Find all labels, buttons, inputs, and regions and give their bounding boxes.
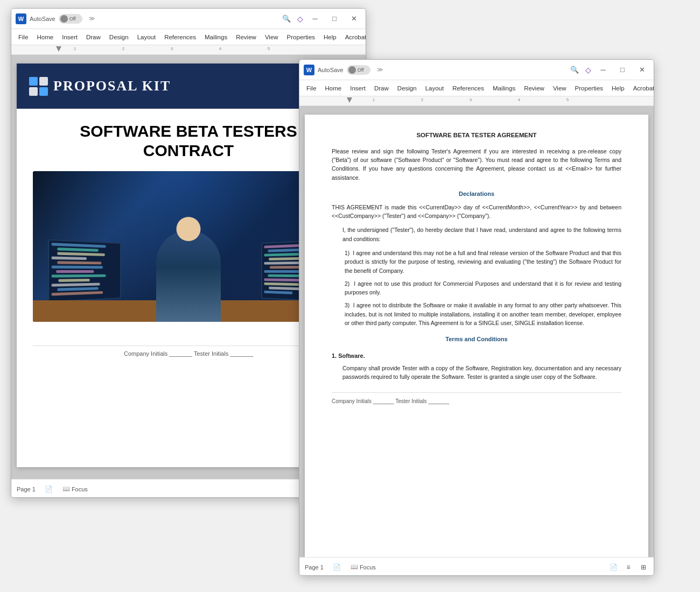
doc-content: SOFTWARE BETA TESTER AGREEMENT Please re… [305,115,648,421]
focus-icon-front: 📖 [351,563,358,570]
menu-view-back[interactable]: View [261,32,282,42]
diamond-icon-back: ◇ [297,15,303,23]
pk-sq-2 [39,77,48,86]
menu-home-front[interactable]: Home [321,83,346,93]
menu-mailings-front[interactable]: Mailings [489,83,519,93]
statusbar-front: Page 1 📄 📖 Focus 📄 ≡ ⊞ [299,557,654,576]
code-line [264,283,299,286]
menubar-front: File Home Insert Draw Design Layout Refe… [299,80,654,96]
code-line [57,261,101,264]
code-line [52,257,87,260]
numbered-item-2: 2) I agree not to use this product for C… [345,279,621,297]
menu-help-back[interactable]: Help [320,32,340,42]
numbered-item-1: 1) I agree and understand this may not b… [345,249,621,275]
focus-label-front[interactable]: 📖 Focus [351,563,376,570]
pk-sq-3 [29,87,38,96]
close-button-back[interactable]: ✕ [346,12,361,25]
toggle-knob [60,15,68,23]
menu-mailings-back[interactable]: Mailings [201,32,231,42]
menu-properties-back[interactable]: Properties [283,32,319,42]
autosave-toggle-front[interactable]: Off [347,65,370,75]
menu-design-front[interactable]: Design [394,83,421,93]
minimize-button-front[interactable]: ─ [596,64,611,76]
section1-heading: 1. Software. [332,351,621,361]
menu-view-front[interactable]: View [549,83,570,93]
pk-title-text: PROPOSAL KIT [53,78,171,94]
menu-review-back[interactable]: Review [232,32,260,42]
ruler-back: 1 2 3 4 5 [11,45,366,55]
search-button-front[interactable]: 🔍 [568,64,581,76]
proposal-kit-logo: PROPOSAL KIT [27,75,171,97]
view-read-front[interactable]: 📄 [608,563,618,571]
code-line [57,287,98,291]
code-lines-left [49,241,120,300]
code-line [52,283,100,287]
focus-label-back[interactable]: 📖 Focus [62,485,88,492]
nav-chevron-back: ≫ [89,15,95,22]
menu-insert-front[interactable]: Insert [346,83,369,93]
view-web-front[interactable]: ⊞ [639,563,648,571]
autosave-label-front: AutoSave [318,67,344,73]
menu-home-back[interactable]: Home [33,32,58,42]
ruler-ticks-front: 1 2 3 4 5 [304,96,649,105]
code-line [57,252,104,256]
indent-marker-front[interactable] [347,97,352,103]
menu-references-front[interactable]: References [449,83,488,93]
pk-sq-4 [39,87,48,96]
diamond-icon-front: ◇ [585,66,591,74]
menu-layout-front[interactable]: Layout [422,83,448,93]
numbered-item-3: 3) I agree not to distribute the Softwar… [345,301,621,327]
maximize-button-back[interactable]: □ [327,12,342,25]
search-button-back[interactable]: 🔍 [280,12,293,25]
menu-design-back[interactable]: Design [106,32,132,42]
initials-line-cover: Company Initials _______ Tester Initials… [33,346,344,357]
intro-para: Please review and sign the following Tes… [332,147,621,182]
menu-acrobat-back[interactable]: Acrobat [341,32,366,42]
word-window-front: W AutoSave Off ≫ 🔍 ◇ ─ □ ✕ File Home Ins… [299,59,654,576]
page-info-front: Page 1 [305,564,324,570]
page-front: SOFTWARE BETA TESTER AGREEMENT Please re… [305,115,648,557]
indent-marker-back[interactable] [56,46,61,52]
menu-properties-front[interactable]: Properties [571,83,607,93]
code-line [52,274,106,278]
pk-icon [27,75,49,97]
menu-file-back[interactable]: File [15,32,32,42]
minimize-button-back[interactable]: ─ [307,12,323,25]
monitor-left [48,239,121,302]
titlebar-controls-back: 🔍 ◇ ─ □ ✕ [280,12,361,25]
person-head [177,217,201,241]
declarations-para2: I, the undersigned ("Tester"), do hereby… [342,225,621,243]
maximize-button-front[interactable]: □ [615,64,630,76]
titlebar-controls-front: 🔍 ◇ ─ □ ✕ [568,64,649,76]
menu-insert-back[interactable]: Insert [58,32,81,42]
menu-acrobat-front[interactable]: Acrobat [629,83,654,93]
person-silhouette [156,230,221,322]
word-count-icon-front[interactable]: 📄 [332,563,342,571]
menu-help-front[interactable]: Help [608,83,628,93]
word-count-icon-back[interactable]: 📄 [44,485,54,493]
code-line [52,291,103,296]
code-line [264,253,299,257]
menu-draw-front[interactable]: Draw [370,83,393,93]
word-icon-back: W [16,13,26,24]
menu-draw-back[interactable]: Draw [82,32,104,42]
word-icon-front: W [304,65,314,75]
view-print-front[interactable]: ≡ [624,563,633,571]
ruler-ticks-back: 1 2 3 4 5 [16,45,361,54]
code-line [264,291,292,294]
cover-title: SOFTWARE BETA TESTERS CONTRACT [33,122,344,160]
nav-chevron-front: ≫ [377,66,383,73]
statusbar-right-front: 📄 ≡ ⊞ [608,563,648,571]
menu-references-back[interactable]: References [160,32,200,42]
close-button-front[interactable]: ✕ [634,64,649,76]
menu-layout-back[interactable]: Layout [134,32,160,42]
pk-sq-1 [29,77,38,86]
menu-review-front[interactable]: Review [520,83,548,93]
cover-image [33,171,344,322]
titlebar-front: W AutoSave Off ≫ 🔍 ◇ ─ □ ✕ [299,60,654,80]
agreement-title: SOFTWARE BETA TESTER AGREEMENT [332,131,621,140]
titlebar-back: W AutoSave Off ≫ 🔍 ◇ ─ □ ✕ [11,9,366,29]
section1-para: Company shall provide Tester with a copy… [342,364,621,382]
autosave-toggle-back[interactable]: Off [59,14,82,24]
menu-file-front[interactable]: File [303,83,320,93]
